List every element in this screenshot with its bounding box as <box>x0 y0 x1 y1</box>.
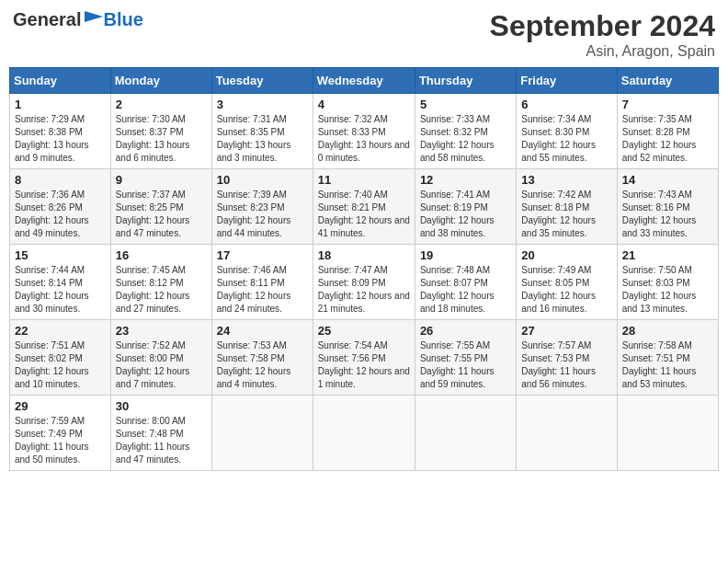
day-number: 22 <box>15 324 106 338</box>
day-header-saturday: Saturday <box>617 68 718 94</box>
day-number: 26 <box>420 324 511 338</box>
calendar-cell: 29Sunrise: 7:59 AMSunset: 7:49 PMDayligh… <box>10 396 111 471</box>
day-info: Sunrise: 7:43 AMSunset: 8:16 PMDaylight:… <box>622 189 713 240</box>
calendar-header-row: SundayMondayTuesdayWednesdayThursdayFrid… <box>10 68 719 94</box>
day-info: Sunrise: 7:40 AMSunset: 8:21 PMDaylight:… <box>318 189 410 240</box>
day-info: Sunrise: 7:53 AMSunset: 7:58 PMDaylight:… <box>217 339 308 391</box>
day-number: 7 <box>622 98 713 111</box>
calendar-table: SundayMondayTuesdayWednesdayThursdayFrid… <box>9 67 719 471</box>
day-number: 13 <box>521 173 611 187</box>
day-number: 14 <box>622 173 713 187</box>
calendar-cell: 10Sunrise: 7:39 AMSunset: 8:23 PMDayligh… <box>211 169 313 245</box>
day-number: 23 <box>116 324 207 338</box>
page-header: General Blue September 2024 Asin, Aragon… <box>9 9 719 60</box>
calendar-cell: 25Sunrise: 7:54 AMSunset: 7:56 PMDayligh… <box>313 320 415 396</box>
title-block: September 2024 Asin, Aragon, Spain <box>490 9 715 60</box>
calendar-cell: 1Sunrise: 7:29 AMSunset: 8:38 PMDaylight… <box>10 94 111 169</box>
calendar-cell: 21Sunrise: 7:50 AMSunset: 8:03 PMDayligh… <box>617 245 718 320</box>
day-header-thursday: Thursday <box>415 68 516 94</box>
day-info: Sunrise: 7:51 AMSunset: 8:02 PMDaylight:… <box>15 339 106 391</box>
day-number: 28 <box>622 324 713 338</box>
calendar-cell: 14Sunrise: 7:43 AMSunset: 8:16 PMDayligh… <box>617 169 718 245</box>
calendar-cell: 19Sunrise: 7:48 AMSunset: 8:07 PMDayligh… <box>415 245 516 320</box>
day-number: 17 <box>217 248 308 262</box>
day-info: Sunrise: 7:31 AMSunset: 8:35 PMDaylight:… <box>217 113 308 165</box>
day-number: 9 <box>116 173 207 187</box>
day-header-friday: Friday <box>517 68 617 94</box>
day-header-tuesday: Tuesday <box>211 68 313 94</box>
day-info: Sunrise: 7:47 AMSunset: 8:09 PMDaylight:… <box>318 264 410 316</box>
day-info: Sunrise: 7:48 AMSunset: 8:07 PMDaylight:… <box>420 264 511 316</box>
day-info: Sunrise: 7:59 AMSunset: 7:49 PMDaylight:… <box>15 415 106 466</box>
day-info: Sunrise: 7:52 AMSunset: 8:00 PMDaylight:… <box>116 339 207 391</box>
day-number: 16 <box>116 248 207 262</box>
day-info: Sunrise: 7:49 AMSunset: 8:05 PMDaylight:… <box>521 264 611 316</box>
svg-marker-0 <box>85 11 103 22</box>
day-header-sunday: Sunday <box>10 68 111 94</box>
calendar-cell: 15Sunrise: 7:44 AMSunset: 8:14 PMDayligh… <box>10 245 111 320</box>
day-number: 24 <box>217 324 308 338</box>
calendar-cell: 16Sunrise: 7:45 AMSunset: 8:12 PMDayligh… <box>110 245 211 320</box>
day-number: 4 <box>318 98 410 111</box>
day-number: 18 <box>318 248 410 262</box>
calendar-cell: 23Sunrise: 7:52 AMSunset: 8:00 PMDayligh… <box>110 320 211 396</box>
day-info: Sunrise: 7:50 AMSunset: 8:03 PMDaylight:… <box>622 264 713 316</box>
calendar-cell: 20Sunrise: 7:49 AMSunset: 8:05 PMDayligh… <box>517 245 617 320</box>
day-info: Sunrise: 7:29 AMSunset: 8:38 PMDaylight:… <box>15 113 106 165</box>
day-number: 30 <box>116 399 207 413</box>
calendar-cell: 22Sunrise: 7:51 AMSunset: 8:02 PMDayligh… <box>10 320 111 396</box>
day-info: Sunrise: 7:54 AMSunset: 7:56 PMDaylight:… <box>318 339 410 391</box>
day-info: Sunrise: 7:36 AMSunset: 8:26 PMDaylight:… <box>15 189 106 240</box>
calendar-cell: 11Sunrise: 7:40 AMSunset: 8:21 PMDayligh… <box>313 169 415 245</box>
day-number: 15 <box>15 248 106 262</box>
calendar-cell <box>517 396 617 471</box>
calendar-cell: 24Sunrise: 7:53 AMSunset: 7:58 PMDayligh… <box>211 320 313 396</box>
day-info: Sunrise: 7:37 AMSunset: 8:25 PMDaylight:… <box>116 189 207 240</box>
day-info: Sunrise: 7:57 AMSunset: 7:53 PMDaylight:… <box>521 339 611 391</box>
calendar-week-row: 15Sunrise: 7:44 AMSunset: 8:14 PMDayligh… <box>10 245 719 320</box>
day-number: 2 <box>116 98 207 111</box>
calendar-cell: 27Sunrise: 7:57 AMSunset: 7:53 PMDayligh… <box>517 320 617 396</box>
calendar-cell: 30Sunrise: 8:00 AMSunset: 7:48 PMDayligh… <box>110 396 211 471</box>
day-number: 21 <box>622 248 713 262</box>
calendar-cell <box>617 396 718 471</box>
calendar-cell: 4Sunrise: 7:32 AMSunset: 8:33 PMDaylight… <box>313 94 415 169</box>
day-number: 1 <box>15 98 106 111</box>
day-info: Sunrise: 7:42 AMSunset: 8:18 PMDaylight:… <box>521 189 611 240</box>
day-header-wednesday: Wednesday <box>313 68 415 94</box>
location-subtitle: Asin, Aragon, Spain <box>490 43 715 60</box>
day-info: Sunrise: 7:34 AMSunset: 8:30 PMDaylight:… <box>521 113 611 165</box>
day-number: 5 <box>420 98 511 111</box>
calendar-cell: 17Sunrise: 7:46 AMSunset: 8:11 PMDayligh… <box>211 245 313 320</box>
logo-blue-text: Blue <box>103 9 142 30</box>
day-number: 19 <box>420 248 511 262</box>
calendar-cell: 28Sunrise: 7:58 AMSunset: 7:51 PMDayligh… <box>617 320 718 396</box>
calendar-cell: 3Sunrise: 7:31 AMSunset: 8:35 PMDaylight… <box>211 94 313 169</box>
calendar-cell <box>415 396 516 471</box>
day-info: Sunrise: 7:32 AMSunset: 8:33 PMDaylight:… <box>318 113 410 165</box>
calendar-week-row: 1Sunrise: 7:29 AMSunset: 8:38 PMDaylight… <box>10 94 719 169</box>
calendar-cell <box>211 396 313 471</box>
calendar-cell: 9Sunrise: 7:37 AMSunset: 8:25 PMDaylight… <box>110 169 211 245</box>
day-number: 8 <box>15 173 106 187</box>
calendar-week-row: 8Sunrise: 7:36 AMSunset: 8:26 PMDaylight… <box>10 169 719 245</box>
day-info: Sunrise: 7:58 AMSunset: 7:51 PMDaylight:… <box>622 339 713 391</box>
day-info: Sunrise: 7:46 AMSunset: 8:11 PMDaylight:… <box>217 264 308 316</box>
calendar-cell: 2Sunrise: 7:30 AMSunset: 8:37 PMDaylight… <box>110 94 211 169</box>
calendar-cell: 13Sunrise: 7:42 AMSunset: 8:18 PMDayligh… <box>517 169 617 245</box>
calendar-cell: 12Sunrise: 7:41 AMSunset: 8:19 PMDayligh… <box>415 169 516 245</box>
calendar-week-row: 29Sunrise: 7:59 AMSunset: 7:49 PMDayligh… <box>10 396 719 471</box>
calendar-cell: 7Sunrise: 7:35 AMSunset: 8:28 PMDaylight… <box>617 94 718 169</box>
calendar-cell <box>313 396 415 471</box>
day-number: 25 <box>318 324 410 338</box>
logo-general: General <box>13 9 81 29</box>
day-info: Sunrise: 7:33 AMSunset: 8:32 PMDaylight:… <box>420 113 511 165</box>
day-info: Sunrise: 8:00 AMSunset: 7:48 PMDaylight:… <box>116 415 207 466</box>
month-year-title: September 2024 <box>490 9 715 43</box>
day-number: 27 <box>521 324 611 338</box>
day-info: Sunrise: 7:30 AMSunset: 8:37 PMDaylight:… <box>116 113 207 165</box>
day-info: Sunrise: 7:45 AMSunset: 8:12 PMDaylight:… <box>116 264 207 316</box>
day-number: 6 <box>521 98 611 111</box>
day-number: 29 <box>15 399 106 413</box>
logo: General Blue <box>13 9 143 30</box>
